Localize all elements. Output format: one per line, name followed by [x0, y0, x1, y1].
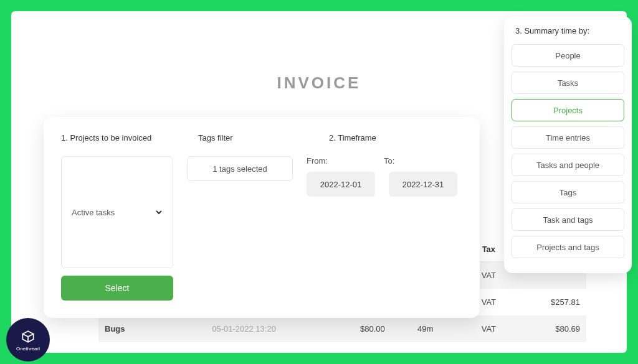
cell-hours: 49m: [391, 315, 460, 342]
chevron-down-icon: [155, 208, 163, 216]
summary-title: 3. Summary time by:: [515, 26, 624, 35]
table-row: Bugs 05-01-2022 13:20 $80.00 49m VAT $80…: [98, 315, 586, 342]
tags-filter-value: 1 tags selected: [212, 164, 267, 174]
from-date-input[interactable]: 2022-12-01: [307, 172, 375, 197]
brand-logo: Onethread: [6, 318, 50, 362]
summary-option-task-and-tags[interactable]: Task and tags: [512, 208, 624, 231]
summary-panel: 3. Summary time by: PeopleTasksProjectsT…: [504, 16, 632, 273]
filter-panel: 1. Projects to be invoiced Tags filter 2…: [44, 117, 480, 318]
cell-tax: VAT: [459, 315, 518, 342]
to-date-input[interactable]: 2022-12-31: [389, 172, 457, 197]
tags-filter-button[interactable]: 1 tags selected: [187, 156, 293, 181]
summary-option-tasks-and-people[interactable]: Tasks and people: [512, 154, 624, 176]
projects-label: 1. Projects to be invoiced: [61, 133, 173, 142]
thread-icon: [20, 329, 36, 345]
brand-name: Onethread: [16, 346, 40, 352]
cell-amount: $80.69: [518, 315, 586, 342]
summary-option-tags[interactable]: Tags: [512, 181, 624, 203]
summary-option-projects[interactable]: Projects: [512, 99, 624, 121]
projects-dropdown-value: Active tasks: [72, 208, 115, 217]
projects-dropdown[interactable]: Active tasks: [61, 156, 173, 268]
to-label: To:: [384, 156, 394, 166]
tags-label: Tags filter: [198, 133, 304, 142]
timeframe-label: 2. Timeframe: [329, 133, 376, 142]
summary-option-time-entries[interactable]: Time entries: [512, 126, 624, 149]
summary-option-people[interactable]: People: [512, 44, 624, 67]
cell-type: Bugs: [98, 315, 206, 342]
cell-amount: $257.81: [518, 289, 586, 315]
summary-option-projects-and-tags[interactable]: Projects and tags: [512, 236, 624, 258]
summary-option-tasks[interactable]: Tasks: [512, 72, 624, 94]
cell-rate: $80.00: [323, 315, 391, 342]
select-button[interactable]: Select: [61, 276, 173, 301]
from-label: From:: [307, 156, 328, 166]
cell-desc: 05-01-2022 13:20: [206, 315, 323, 342]
